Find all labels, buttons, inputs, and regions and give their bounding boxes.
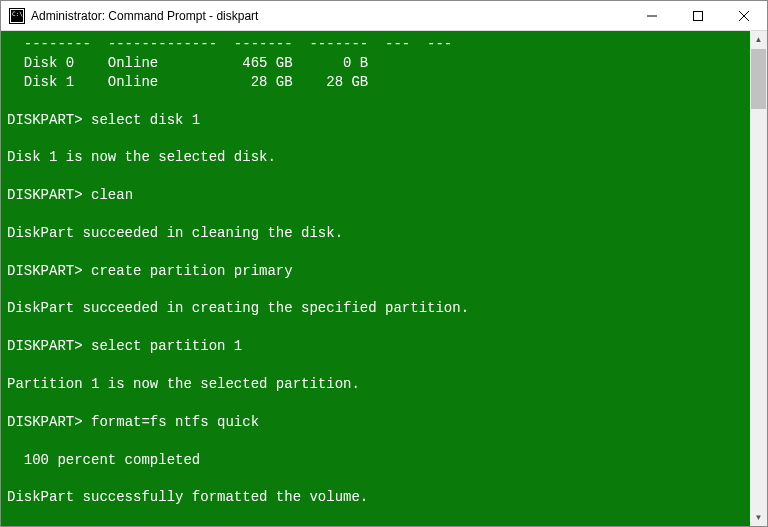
scrollbar-thumb[interactable]	[751, 49, 766, 109]
disk-row-0: Disk 0 Online 465 GB 0 B	[7, 55, 368, 71]
out-select-disk: Disk 1 is now the selected disk.	[7, 149, 276, 165]
vertical-scrollbar[interactable]: ▲ ▼	[750, 31, 767, 526]
cmd-icon: C:\	[9, 8, 25, 24]
disk-table-ruler: -------- ------------- ------- ------- -…	[7, 36, 452, 52]
prompt-line: DISKPART> format=fs ntfs quick	[7, 414, 259, 430]
svg-rect-5	[694, 11, 703, 20]
maximize-button[interactable]	[675, 1, 721, 30]
diskpart-prompt: DISKPART>	[7, 112, 83, 128]
diskpart-prompt: DISKPART>	[7, 187, 83, 203]
close-button[interactable]	[721, 1, 767, 30]
scrollbar-down-arrow[interactable]: ▼	[750, 509, 767, 526]
cmd-format: format=fs ntfs quick	[83, 414, 259, 430]
out-create-partition: DiskPart succeeded in creating the speci…	[7, 300, 469, 316]
disk-row-1: Disk 1 Online 28 GB 28 GB	[7, 74, 368, 90]
terminal-output[interactable]: -------- ------------- ------- ------- -…	[1, 31, 750, 526]
window-title: Administrator: Command Prompt - diskpart	[31, 9, 629, 23]
prompt-line: DISKPART> create partition primary	[7, 263, 293, 279]
cmd-select-disk: select disk 1	[83, 112, 201, 128]
out-format-done: DiskPart successfully formatted the volu…	[7, 489, 368, 505]
out-select-partition: Partition 1 is now the selected partitio…	[7, 376, 360, 392]
scrollbar-up-arrow[interactable]: ▲	[750, 31, 767, 48]
titlebar: C:\ Administrator: Command Prompt - disk…	[1, 1, 767, 31]
diskpart-prompt: DISKPART>	[7, 263, 83, 279]
window-controls	[629, 1, 767, 30]
svg-text:C:\: C:\	[12, 10, 23, 17]
cmd-select-partition: select partition 1	[83, 338, 243, 354]
minimize-button[interactable]	[629, 1, 675, 30]
diskpart-prompt: DISKPART>	[7, 338, 83, 354]
cmd-create-partition: create partition primary	[83, 263, 293, 279]
prompt-line: DISKPART> clean	[7, 187, 133, 203]
diskpart-prompt: DISKPART>	[7, 414, 83, 430]
cmd-clean: clean	[83, 187, 133, 203]
terminal-container: -------- ------------- ------- ------- -…	[1, 31, 767, 526]
prompt-line: DISKPART> select disk 1	[7, 112, 200, 128]
out-clean: DiskPart succeeded in cleaning the disk.	[7, 225, 343, 241]
out-format-progress: 100 percent completed	[7, 452, 200, 468]
prompt-line: DISKPART> select partition 1	[7, 338, 242, 354]
